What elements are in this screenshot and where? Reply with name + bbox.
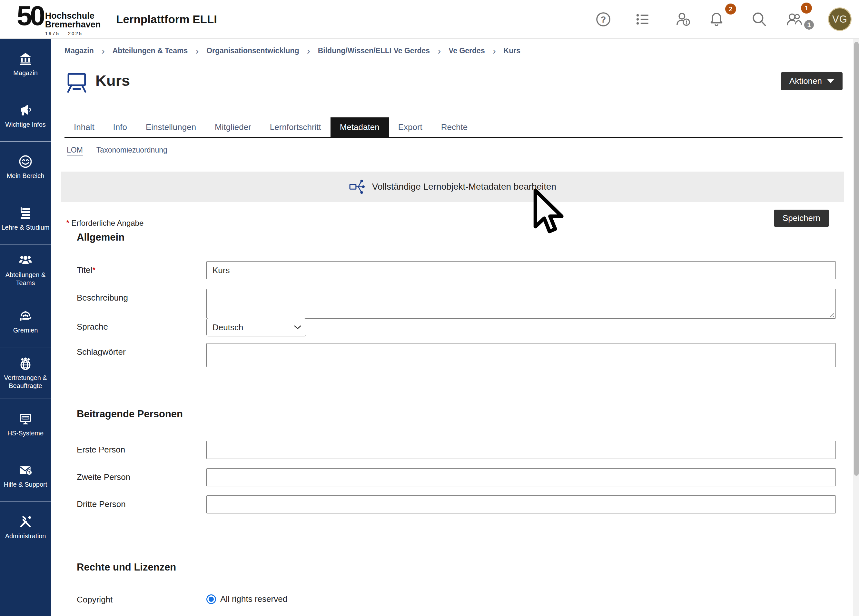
search-icon [751, 11, 767, 27]
smiley-icon [18, 154, 33, 169]
actions-button-label: Aktionen [789, 76, 822, 86]
search-button[interactable] [750, 10, 768, 28]
breadcrumb-link[interactable]: Kurs [504, 47, 520, 55]
contacts-badge-bottom: 1 [804, 20, 814, 30]
subtab-lom[interactable]: LOM [67, 146, 83, 155]
required-asterisk: * [66, 218, 69, 228]
sprache-label: Sprache [77, 322, 108, 332]
breadcrumb-separator-icon: › [195, 46, 198, 56]
notifications-button[interactable] [708, 10, 726, 28]
course-easel-icon [66, 71, 87, 92]
sidebar-item-wichtige-infos[interactable]: Wichtige Infos [0, 90, 51, 142]
main-content: Magazin › Abteilungen & Teams › Organisa… [51, 39, 853, 616]
breadcrumb-link[interactable]: Ve Gerdes [448, 47, 485, 55]
sidebar-item-label: Vertretungen & Beauftragte [1, 374, 50, 390]
titel-label: Titel* [77, 265, 95, 275]
copyright-radio[interactable] [206, 594, 216, 604]
tab-inhalt[interactable]: Inhalt [64, 117, 104, 137]
tab-metadaten[interactable]: Metadaten [331, 117, 389, 137]
required-asterisk: * [92, 265, 95, 275]
schlagwoerter-label: Schlagwörter [77, 347, 126, 357]
sidebar-item-abteilungen-teams[interactable]: Abteilungen & Teams [0, 244, 51, 296]
banner-label: Vollständige Lernobjekt-Metadaten bearbe… [372, 181, 556, 192]
sidebar-item-gremien[interactable]: Gremien [0, 296, 51, 348]
section-heading-allgemein: Allgemein [77, 231, 125, 243]
dritte-person-input[interactable] [206, 496, 836, 513]
zweite-person-label: Zweite Person [77, 472, 130, 482]
zweite-person-input[interactable] [206, 468, 836, 486]
tab-info[interactable]: Info [104, 117, 136, 137]
section-heading-rechte: Rechte und Lizenzen [77, 561, 176, 573]
sidebar-item-hilfe-support[interactable]: ? Hilfe & Support [0, 450, 51, 502]
users-icon [786, 11, 802, 27]
breadcrumb-separator-icon: › [307, 46, 310, 56]
section-divider [66, 534, 839, 534]
logo-name-line2: Bremerhaven [45, 20, 101, 29]
section-heading-beitragende: Beitragende Personen [77, 408, 183, 420]
main-menu-button[interactable] [634, 10, 652, 28]
who-is-online-button[interactable] [674, 10, 692, 28]
erste-person-input[interactable] [206, 441, 836, 459]
copyright-option-row: All rights reserved [206, 594, 287, 604]
top-header: 50 Hochschule Bremerhaven 1975 – 2025 Le… [0, 0, 859, 39]
subtab-taxonomiezuordnung[interactable]: Taxonomiezuordnung [97, 146, 167, 155]
beschreibung-textarea[interactable] [206, 289, 836, 319]
globe-people-icon [18, 356, 33, 371]
tab-mitglieder[interactable]: Mitglieder [205, 117, 261, 137]
breadcrumb-separator-icon: › [493, 46, 496, 56]
tab-einstellungen[interactable]: Einstellungen [136, 117, 205, 137]
caret-down-icon [827, 79, 834, 83]
sidebar-item-label: HS-Systeme [8, 429, 44, 437]
logo-name-line1: Hochschule [45, 12, 101, 20]
schlagwoerter-input[interactable] [206, 343, 836, 367]
tab-bar: Inhalt Info Einstellungen Mitglieder Ler… [64, 117, 843, 138]
sidebar-item-vertretungen[interactable]: Vertretungen & Beauftragte [0, 347, 51, 399]
committee-icon [18, 309, 33, 324]
people-group-icon [18, 253, 33, 268]
sidebar-item-magazin[interactable]: Magazin [0, 39, 51, 90]
metadata-hub-icon [349, 179, 365, 195]
help-button[interactable]: ? [594, 10, 612, 28]
tab-lernfortschritt[interactable]: Lernfortschritt [261, 117, 331, 137]
page-title: Kurs [95, 72, 130, 89]
tab-rechte[interactable]: Rechte [432, 117, 477, 137]
monitor-icon: *** [18, 411, 33, 426]
breadcrumb-link[interactable]: Magazin [64, 47, 94, 55]
logo-years: 1975 – 2025 [45, 31, 101, 36]
save-button[interactable]: Speichern [774, 210, 829, 227]
sidebar-item-lehre-studium[interactable]: Lehre & Studium [0, 193, 51, 245]
scrollbar-track[interactable] [853, 39, 859, 616]
scrollbar-thumb[interactable] [854, 42, 859, 476]
svg-text:***: *** [23, 415, 28, 420]
sidebar-item-label: Lehre & Studium [2, 224, 50, 231]
avatar[interactable]: VG [828, 8, 851, 31]
help-icon: ? [595, 11, 611, 27]
contacts-button[interactable] [785, 10, 803, 28]
contacts-badge-top: 1 [801, 3, 812, 14]
sidebar-item-label: Magazin [13, 69, 38, 77]
section-divider [66, 380, 839, 380]
anniversary-50-mark: 50 [17, 3, 43, 29]
tab-export[interactable]: Export [389, 117, 432, 137]
tools-icon [18, 514, 33, 529]
titel-input[interactable] [206, 261, 836, 279]
user-status-icon [675, 11, 691, 27]
edit-full-metadata-banner[interactable]: Vollständige Lernobjekt-Metadaten bearbe… [61, 172, 844, 202]
sidebar: Magazin Wichtige Infos Mein Bereich Lehr… [0, 39, 51, 616]
breadcrumb: Magazin › Abteilungen & Teams › Organisa… [51, 39, 853, 63]
sidebar-item-mein-bereich[interactable]: Mein Bereich [0, 142, 51, 193]
bank-icon [18, 51, 33, 66]
app-title: Lernplattform ELLI [116, 13, 217, 26]
breadcrumb-link[interactable]: Abteilungen & Teams [112, 47, 187, 55]
breadcrumb-link[interactable]: Bildung/Wissen/ELLI Ve Gerdes [318, 47, 430, 55]
university-logo[interactable]: 50 Hochschule Bremerhaven 1975 – 2025 [17, 3, 101, 36]
breadcrumb-link[interactable]: Organisationsentwicklung [206, 47, 299, 55]
sidebar-item-administration[interactable]: Administration [0, 502, 51, 553]
sprache-select[interactable]: Deutsch [206, 318, 306, 336]
sidebar-item-label: Mein Bereich [7, 172, 44, 180]
sidebar-item-label: Gremien [13, 327, 38, 335]
svg-text:?: ? [28, 471, 31, 475]
mail-question-icon: ? [18, 463, 33, 478]
sidebar-item-hs-systeme[interactable]: *** HS-Systeme [0, 399, 51, 450]
actions-button[interactable]: Aktionen [781, 72, 843, 90]
